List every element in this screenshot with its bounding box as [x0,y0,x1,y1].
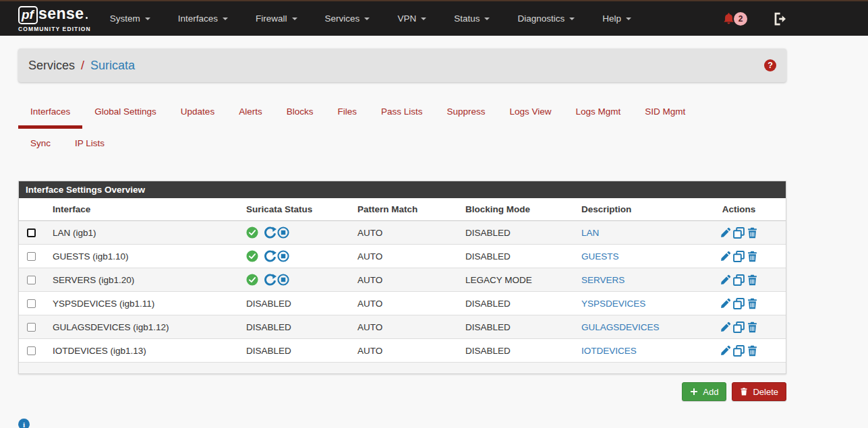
copy-icon[interactable] [733,322,745,333]
edit-icon[interactable] [720,251,731,262]
table-header-row: Interface Suricata Status Pattern Match … [19,198,786,221]
tab-logs-mgmt[interactable]: Logs Mgmt [564,100,633,129]
restart-suricata-icon[interactable] [264,274,277,286]
breadcrumb-section[interactable]: Services [28,59,75,73]
table-row: IOTDEVICES (igb1.13) DISABLED AUTO DISAB… [19,339,786,363]
delete-icon[interactable] [747,345,758,357]
copy-icon[interactable] [733,251,745,262]
menu-system[interactable]: System [110,13,150,24]
row-checkbox[interactable] [27,323,36,332]
copy-icon[interactable] [733,345,745,357]
table-row: LAN (igb1) AUTO DISABLED LAN [19,221,786,245]
help-icon[interactable]: ? [764,59,776,71]
tab-global-settings[interactable]: Global Settings [82,100,169,129]
interface-name: IOTDEVICES (igb1.13) [46,346,239,356]
delete-icon[interactable] [747,298,758,309]
description-link[interactable]: GUESTS [581,251,619,262]
copy-icon[interactable] [733,227,745,239]
description-link[interactable]: SERVERS [581,275,625,285]
chevron-down-icon [421,18,426,20]
copy-icon[interactable] [733,274,745,286]
notifications-button[interactable]: 2 [722,12,747,26]
chevron-down-icon [484,18,490,20]
delete-icon[interactable] [747,274,758,286]
table-row: GUESTS (igb1.10) AUTO DISABLED GUESTS [19,245,786,268]
chevron-down-icon [626,18,631,20]
add-button[interactable]: Add [682,382,726,401]
column-header-description: Description [575,204,701,214]
pattern-match-value: AUTO [351,299,459,309]
sign-out-icon[interactable] [773,12,786,26]
status-value: DISABLED [239,322,351,332]
tab-updates[interactable]: Updates [169,100,227,129]
main-menu: System Interfaces Firewall Services VPN … [110,13,631,24]
tab-ip-lists[interactable]: IP Lists [63,132,117,160]
menu-help[interactable]: Help [602,13,631,24]
description-link[interactable]: LAN [581,228,599,238]
pfsense-logo[interactable]: pf sense COMMUNITY EDITION [18,5,91,32]
menu-diagnostics[interactable]: Diagnostics [517,13,575,24]
menu-vpn[interactable]: VPN [397,13,426,24]
blocking-mode-value: DISABLED [459,322,575,332]
brand-name: sense [38,5,84,23]
status-running-icon [246,226,258,239]
tab-logs-view[interactable]: Logs View [498,100,564,129]
chevron-down-icon [364,18,370,20]
top-navbar: pf sense COMMUNITY EDITION System Interf… [0,0,868,36]
menu-interfaces[interactable]: Interfaces [178,13,228,24]
plus-icon [690,388,698,396]
stop-suricata-icon[interactable] [277,250,289,262]
row-checkbox[interactable] [27,299,36,308]
edit-icon[interactable] [720,274,731,286]
pattern-match-value: AUTO [351,228,459,238]
description-link[interactable]: IOTDEVICES [581,346,637,356]
delete-icon[interactable] [747,227,758,239]
row-checkbox[interactable] [27,228,36,237]
column-header-actions: Actions [701,204,786,214]
restart-suricata-icon[interactable] [264,250,277,263]
edit-icon[interactable] [720,298,731,309]
edit-icon[interactable] [720,227,731,239]
trash-icon [740,388,748,396]
tab-interfaces[interactable]: Interfaces [18,100,82,129]
tab-suppress[interactable]: Suppress [434,100,497,129]
description-link[interactable]: GULAGSDEVICES [581,322,660,332]
row-checkbox[interactable] [27,346,36,355]
menu-firewall[interactable]: Firewall [256,13,297,24]
stop-suricata-icon[interactable] [277,274,289,286]
breadcrumb-page[interactable]: Suricata [90,59,135,73]
row-checkbox[interactable] [27,276,36,284]
copy-icon[interactable] [733,298,745,309]
delete-icon[interactable] [747,322,758,333]
panel-footer [19,363,786,373]
interface-name: SERVERS (igb1.20) [46,275,239,285]
delete-icon[interactable] [747,251,758,262]
column-header-pattern-match: Pattern Match [351,204,459,214]
breadcrumb-separator: / [81,59,84,73]
menu-status[interactable]: Status [454,13,490,24]
column-header-blocking-mode: Blocking Mode [459,204,575,214]
stop-suricata-icon[interactable] [277,226,289,239]
tab-files[interactable]: Files [325,100,369,129]
menu-services[interactable]: Services [325,13,370,24]
description-link[interactable]: YSPSDEVICES [581,299,645,309]
chevron-down-icon [223,18,228,20]
interface-name: LAN (igb1) [46,228,239,238]
interface-name: GUESTS (igb1.10) [46,251,239,262]
notification-count-badge: 2 [734,12,747,26]
interface-name: GULAGSDEVICES (igb1.12) [46,322,239,332]
tab-alerts[interactable]: Alerts [227,100,274,129]
status-running-icon [246,250,258,262]
restart-suricata-icon[interactable] [264,226,277,239]
delete-button[interactable]: Delete [732,382,786,401]
status-running-icon [246,274,258,286]
info-icon[interactable]: i [18,419,30,428]
edit-icon[interactable] [720,322,731,333]
tab-sid-mgmt[interactable]: SID Mgmt [633,100,697,129]
tab-blocks[interactable]: Blocks [274,100,326,129]
edit-icon[interactable] [720,345,731,357]
row-checkbox[interactable] [27,252,36,261]
tab-pass-lists[interactable]: Pass Lists [369,100,435,129]
tab-sync[interactable]: Sync [18,132,63,160]
blocking-mode-value: LEGACY MODE [459,275,575,285]
